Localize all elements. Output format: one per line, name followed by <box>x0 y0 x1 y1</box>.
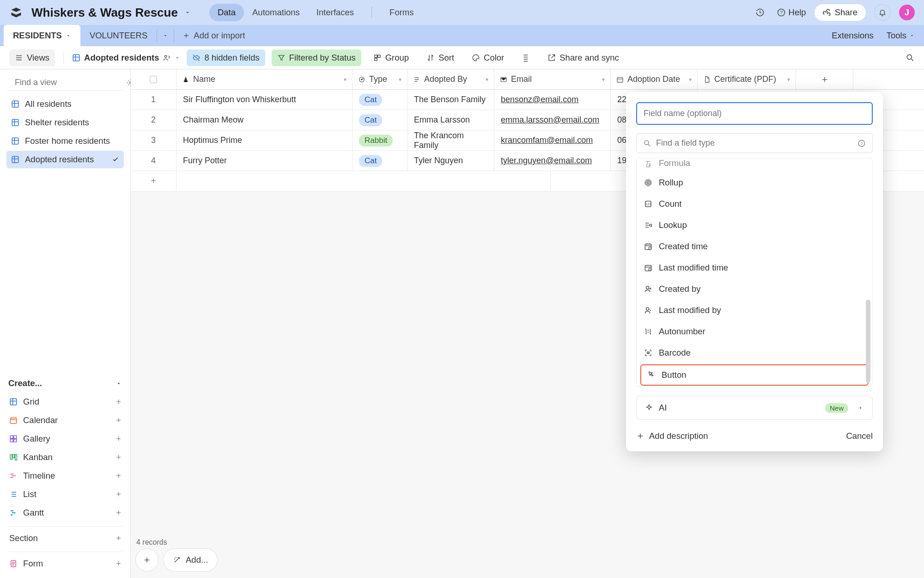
chevron-down-icon[interactable] <box>175 55 180 61</box>
add-menu-button[interactable]: Add... <box>163 548 218 572</box>
group-button[interactable]: Group <box>368 49 414 66</box>
column-adoption-date[interactable]: Adoption Date▾ <box>611 69 698 89</box>
tab-volunteers[interactable]: VOLUNTEERS <box>80 25 157 46</box>
chevron-right-icon <box>857 405 864 411</box>
cell-type[interactable]: Cat <box>353 90 407 110</box>
create-calendar[interactable]: Calendar+ <box>6 412 124 429</box>
checkbox[interactable] <box>150 76 157 83</box>
create-gantt[interactable]: Gantt+ <box>6 504 124 522</box>
filter-button[interactable]: Filtered by Status <box>272 49 361 66</box>
share-sync-button[interactable]: Share and sync <box>542 49 625 66</box>
column-name[interactable]: Name▾ <box>176 69 353 89</box>
calendar-icon <box>616 76 624 83</box>
find-view-input[interactable] <box>15 78 122 87</box>
field-type-created-by[interactable]: Created by <box>637 278 872 300</box>
column-email[interactable]: Email▾ <box>494 69 611 89</box>
field-type-autonumber[interactable]: Autonumber <box>637 321 872 342</box>
view-item-adopted-residents[interactable]: Adopted residents <box>6 151 124 168</box>
cancel-button[interactable]: Cancel <box>846 431 873 441</box>
nav-interfaces[interactable]: Interfaces <box>308 4 362 21</box>
hidden-fields-button[interactable]: 8 hidden fields <box>187 49 265 66</box>
nav-automations[interactable]: Automations <box>244 4 308 21</box>
add-import-button[interactable]: Add or import <box>174 25 253 46</box>
svg-point-30 <box>647 182 650 184</box>
base-name[interactable]: Whiskers & Wags Rescue <box>31 6 178 20</box>
user-avatar[interactable]: J <box>899 5 915 20</box>
field-type-search-input[interactable] <box>656 138 853 148</box>
tab-dropdown[interactable] <box>157 25 174 46</box>
new-badge: New <box>825 403 848 413</box>
views-sidebar: All residents Shelter residents Foster h… <box>0 69 131 578</box>
nav-forms[interactable]: Forms <box>381 4 422 21</box>
app-logo-icon <box>9 6 23 19</box>
create-kanban[interactable]: Kanban+ <box>6 449 124 466</box>
create-grid[interactable]: Grid+ <box>6 393 124 411</box>
color-button[interactable]: Color <box>466 49 510 66</box>
bell-icon[interactable] <box>874 4 891 21</box>
field-type-created-time[interactable]: Created time <box>637 236 872 257</box>
select-all-header[interactable] <box>131 69 176 89</box>
field-name-input[interactable] <box>636 102 873 125</box>
field-type-rollup[interactable]: Rollup <box>637 172 872 193</box>
column-type[interactable]: Type▾ <box>353 69 407 89</box>
grid-header-row: Name▾ Type▾ Adopted By▾ Email▾ Adoption … <box>131 69 924 90</box>
tab-residents[interactable]: RESIDENTS <box>4 25 80 46</box>
svg-rect-11 <box>12 119 18 126</box>
create-gallery[interactable]: Gallery+ <box>6 430 124 448</box>
separator <box>371 7 372 18</box>
chevron-down-icon[interactable]: ▾ <box>344 76 346 83</box>
svg-text:123: 123 <box>645 202 651 206</box>
cell-adopted-by[interactable]: The Benson Family <box>407 90 494 110</box>
cell-name[interactable]: Sir Fluffington von Whiskerbutt <box>176 90 353 110</box>
field-type-barcode[interactable]: Barcode <box>637 342 872 363</box>
field-type-last-modified-by[interactable]: Last modified by <box>637 300 872 321</box>
row-height-button[interactable] <box>516 50 535 65</box>
view-item-shelter-residents[interactable]: Shelter residents <box>6 114 124 131</box>
field-type-last-modified-time[interactable]: Last modified time <box>637 257 872 278</box>
help-icon[interactable]: ? <box>857 139 866 148</box>
sort-button[interactable]: Sort <box>421 49 460 66</box>
create-section[interactable]: Section+ <box>6 529 124 547</box>
add-field-button[interactable] <box>796 69 853 89</box>
current-view-name[interactable]: Adopted residents <box>72 53 180 63</box>
tools-button[interactable]: Tools <box>887 31 915 41</box>
create-list[interactable]: List+ <box>6 486 124 503</box>
field-type-formula[interactable]: Formula <box>637 158 872 172</box>
chevron-down-icon[interactable] <box>66 33 71 38</box>
svg-text:?: ? <box>860 141 863 146</box>
field-type-lookup[interactable]: Lookup <box>637 215 872 236</box>
sparkle-icon <box>645 404 653 412</box>
history-icon[interactable] <box>752 4 768 21</box>
extensions-button[interactable]: Extensions <box>832 31 874 41</box>
view-item-foster-residents[interactable]: Foster home residents <box>6 132 124 150</box>
add-description-button[interactable]: Add description <box>636 431 708 441</box>
help-button[interactable]: ? Help <box>777 7 806 18</box>
scrollbar[interactable] <box>866 300 870 383</box>
create-section: Create... Grid+ Calendar+ Gallery+ Kanba… <box>6 368 124 572</box>
svg-rect-17 <box>14 436 17 438</box>
find-view-search[interactable] <box>6 75 124 91</box>
column-adopted-by[interactable]: Adopted By▾ <box>407 69 494 89</box>
select-icon <box>358 76 365 83</box>
column-certificate[interactable]: Certificate (PDF)▾ <box>698 69 796 89</box>
share-button[interactable]: Share <box>815 4 866 21</box>
field-type-ai[interactable]: AI New <box>636 396 873 420</box>
svg-rect-19 <box>14 439 17 442</box>
views-button[interactable]: Views <box>9 49 55 66</box>
wand-icon <box>173 556 181 564</box>
cell-email[interactable]: bensonz@email.com <box>494 90 611 110</box>
add-record-button[interactable] <box>135 548 158 572</box>
create-timeline[interactable]: Timeline+ <box>6 467 124 485</box>
create-form[interactable]: Form+ <box>6 555 124 572</box>
add-field-popover: ? Formula Rollup 123Count Lookup Created… <box>626 92 883 451</box>
view-item-all-residents[interactable]: All residents <box>6 95 124 113</box>
search-icon[interactable] <box>906 53 915 62</box>
nav-data[interactable]: Data <box>209 4 244 21</box>
create-toggle[interactable]: Create... <box>6 374 124 393</box>
field-type-search[interactable]: ? <box>636 133 873 153</box>
chevron-down-icon[interactable] <box>184 9 191 16</box>
field-type-count[interactable]: 123Count <box>637 193 872 215</box>
svg-rect-20 <box>10 455 12 460</box>
plus-icon[interactable]: + <box>131 171 176 191</box>
field-type-button[interactable]: Button <box>640 364 869 386</box>
